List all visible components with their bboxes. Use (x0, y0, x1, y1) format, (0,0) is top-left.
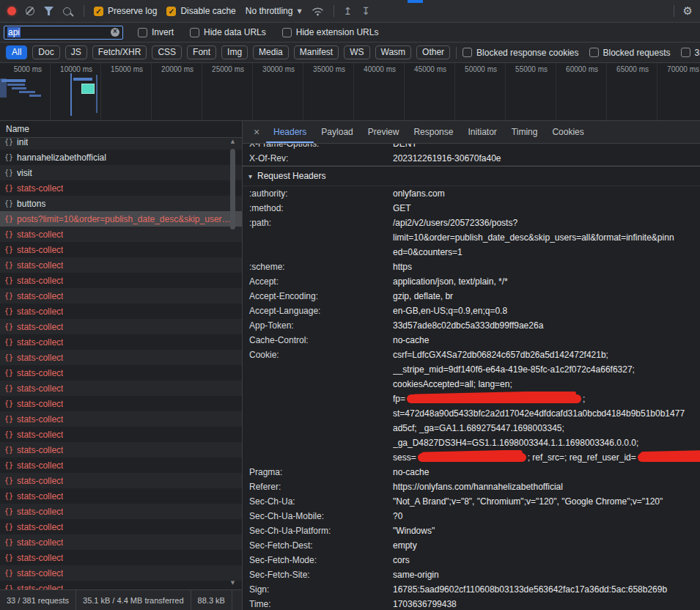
network-filter-input[interactable]: api (4, 26, 123, 40)
filter-toggle-icon[interactable] (44, 7, 54, 15)
type-filter-chip[interactable]: Other (416, 45, 450, 59)
preserve-log-checkbox[interactable]: Preserve log (94, 6, 157, 16)
request-row[interactable]: {} stats-collect (0, 550, 242, 565)
request-row[interactable]: {} stats-collect (0, 534, 242, 550)
type-filter-chip[interactable]: CSS (152, 45, 182, 59)
request-list-panel: Name {} init {} hannahelizabethofficial (0, 121, 243, 610)
request-rows: {} init {} hannahelizabethofficial {} vi… (0, 138, 242, 589)
json-braces-icon: {} (4, 430, 13, 438)
request-row[interactable]: {} stats-collect (0, 411, 242, 427)
request-row[interactable]: {} stats-collect (0, 519, 242, 534)
json-braces-icon: {} (4, 569, 13, 577)
request-row[interactable]: {} stats-collect (0, 488, 242, 504)
checkbox-label: Blocked requests (603, 48, 671, 58)
close-details-icon[interactable]: × (247, 121, 266, 143)
header-name: Accept-Encoding: (243, 289, 393, 304)
request-row[interactable]: {} stats-collect (0, 442, 242, 457)
request-name: stats-collect (17, 183, 63, 194)
scrollbar-thumb[interactable] (230, 149, 235, 229)
request-row[interactable]: {} stats-collect (0, 504, 242, 519)
clear-requests-button[interactable] (26, 7, 34, 15)
type-filter-chip[interactable]: Wasm (375, 45, 412, 59)
details-tab[interactable]: Preview (361, 121, 407, 143)
request-row[interactable]: {} stats-collect (0, 180, 242, 196)
type-filter-chip[interactable]: Media (253, 45, 289, 59)
scroll-down-icon[interactable]: ▼ (229, 580, 236, 587)
request-row[interactable]: {} stats-collect (0, 350, 242, 365)
timeline-overview[interactable]: 5000 ms 10000 ms 15000 ms 20000 ms 25000… (0, 63, 700, 121)
record-button[interactable] (7, 7, 16, 15)
request-row[interactable]: {} visit (0, 165, 242, 180)
header-value: 16785:5aad9602cf110608b03133de563642fac1… (393, 582, 700, 597)
request-row[interactable]: {} stats-collect (0, 288, 242, 304)
type-filter-chip[interactable]: All (6, 45, 27, 59)
filter-checkbox[interactable]: Blocked requests (589, 48, 671, 58)
request-row[interactable]: {} stats-collect (0, 427, 242, 442)
request-row[interactable]: {} stats-collect (0, 473, 242, 488)
type-filter-chip[interactable]: Img (221, 45, 248, 59)
details-tab[interactable]: Payload (314, 121, 360, 143)
type-filter-chip[interactable]: Doc (32, 45, 59, 59)
request-row[interactable]: {} init (0, 138, 242, 150)
throttling-select[interactable]: No throttling ▼ (246, 6, 302, 16)
filter-checkbox[interactable]: Invert (138, 27, 174, 37)
filter-checkbox[interactable]: Hide extension URLs (282, 27, 379, 37)
filter-checkbox[interactable]: 3rd-party requests (681, 48, 700, 58)
request-row[interactable]: {} stats-collect (0, 457, 242, 473)
header-row: Sign: 16785:5aad9602cf110608b03133de5636… (243, 582, 700, 597)
type-filter-chip[interactable]: Manifest (294, 45, 339, 59)
clear-filter-icon[interactable] (111, 28, 119, 37)
toolbar-divider (674, 5, 674, 17)
request-row[interactable]: {} stats-collect (0, 334, 242, 350)
name-column-header[interactable]: Name (0, 121, 242, 138)
request-row[interactable]: {} stats-collect (0, 365, 242, 381)
timeline-label: 55000 ms (506, 63, 556, 120)
request-name: stats-collect (17, 276, 63, 286)
settings-gear-icon[interactable]: ⚙ (683, 6, 693, 17)
details-tab[interactable]: Cookies (545, 121, 591, 143)
request-row[interactable]: {} stats-collect (0, 273, 242, 288)
details-tab-bar: × Headers Payload Preview Response Initi… (243, 121, 700, 144)
header-row: Sec-Ch-Ua: "Not_A Brand";v="8", "Chromiu… (243, 494, 700, 509)
request-row[interactable]: {} stats-collect (0, 242, 242, 257)
header-name: Pragma: (243, 465, 393, 479)
import-har-icon[interactable]: ↥ (344, 6, 353, 16)
details-tab[interactable]: Timing (504, 121, 545, 143)
header-row: cookiesAccepted=all; lang=en; (243, 377, 700, 392)
request-row[interactable]: {} stats-collect (0, 565, 242, 581)
header-value: GET (393, 201, 700, 216)
request-row[interactable]: {} buttons (0, 196, 242, 211)
details-tab[interactable]: Initiator (460, 121, 504, 143)
type-filter-chip[interactable]: Fetch/XHR (92, 45, 147, 59)
details-tabs: Headers Payload Preview Response Initiat… (266, 121, 592, 143)
header-row: ad5cf; _ga=GA1.1.689275447.1698003345; (243, 421, 700, 436)
scroll-up-icon[interactable]: ▲ (229, 139, 236, 145)
request-row[interactable]: {} stats-collect (0, 319, 242, 334)
filter-checkbox[interactable]: Blocked response cookies (463, 48, 578, 58)
search-icon[interactable] (63, 7, 71, 15)
request-name: hannahelizabethofficial (17, 152, 106, 163)
network-conditions-icon[interactable] (312, 7, 324, 16)
request-list-scrollbar[interactable]: ▲ ▼ (229, 139, 236, 587)
request-row[interactable]: {} stats-collect (0, 581, 242, 589)
type-filter-chip[interactable]: WS (344, 45, 369, 59)
type-filter-bar: All Doc JS Fetch/XHR CSS Font Img Media … (0, 43, 700, 63)
request-row[interactable]: {} stats-collect (0, 257, 242, 273)
timeline-label: 40000 ms (354, 63, 405, 120)
disable-cache-checkbox[interactable]: Disable cache (166, 6, 235, 16)
filter-checkbox[interactable]: Hide data URLs (190, 27, 266, 37)
type-filter-chip[interactable]: Font (187, 45, 216, 59)
details-tab[interactable]: Headers (266, 121, 314, 143)
request-row[interactable]: {} stats-collect (0, 304, 242, 319)
details-tab[interactable]: Response (406, 121, 460, 143)
request-row[interactable]: {} stats-collect (0, 381, 242, 396)
request-row[interactable]: {} stats-collect (0, 396, 242, 411)
request-row[interactable]: {} hannahelizabethofficial (0, 150, 242, 165)
type-filter-chip[interactable]: JS (65, 45, 87, 59)
export-har-icon[interactable]: ↧ (361, 6, 370, 16)
header-value: application/json, text/plain, */* (393, 274, 700, 289)
request-row[interactable]: {} posts?limit=10&order=publish_date_des… (0, 211, 242, 227)
header-row: Accept: application/json, text/plain, */… (243, 274, 700, 289)
request-headers-section-header[interactable]: ▾ Request Headers (243, 166, 700, 186)
request-row[interactable]: {} stats-collect (0, 227, 242, 242)
